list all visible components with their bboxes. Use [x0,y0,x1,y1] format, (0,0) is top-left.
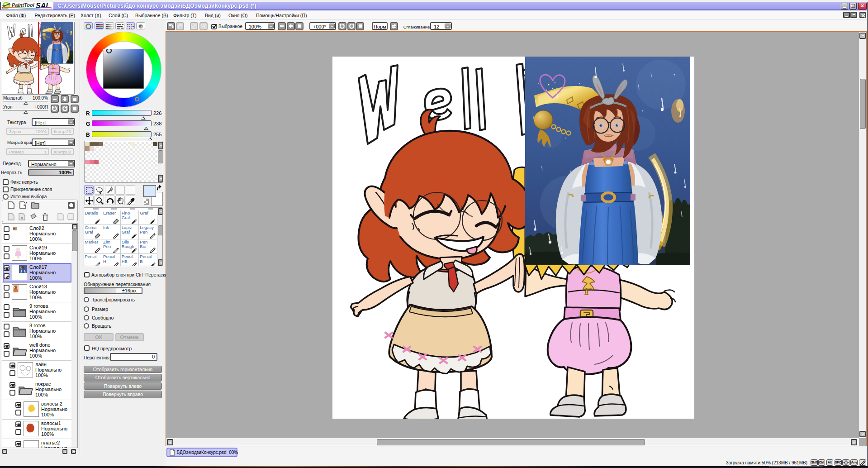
svg-text:PaintTool: PaintTool [12,2,35,8]
